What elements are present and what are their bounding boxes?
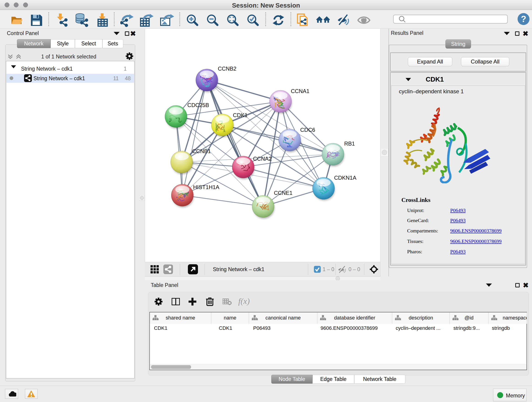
svg-text:CDC25B: CDC25B	[187, 102, 209, 108]
svg-text:CCNA2: CCNA2	[253, 156, 272, 162]
svg-text:CCNA1: CCNA1	[291, 88, 309, 94]
svg-text:?: ?	[521, 14, 526, 24]
svg-text:CCNB1: CCNB1	[192, 148, 211, 154]
svg-text:CDK1: CDK1	[233, 112, 248, 118]
svg-text:CCNE1: CCNE1	[274, 190, 292, 196]
svg-text:CCNB2: CCNB2	[218, 65, 236, 72]
svg-text:HIST1H1A: HIST1H1A	[193, 184, 220, 190]
svg-text:CDC6: CDC6	[300, 127, 315, 133]
svg-text:CDKN1A: CDKN1A	[334, 175, 356, 181]
svg-text:RB1: RB1	[344, 140, 355, 147]
